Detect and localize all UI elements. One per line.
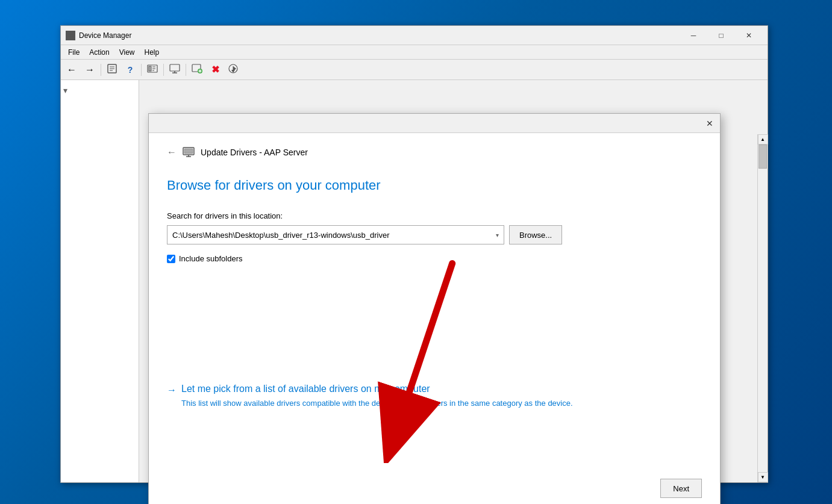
dialog-header: ← Update Drivers - AAP Server [167, 145, 702, 160]
window-title: Device Manager [79, 31, 680, 40]
link-arrow-icon: → [167, 385, 177, 396]
update-icon [228, 63, 239, 76]
menu-action[interactable]: Action [84, 47, 114, 58]
dialog-device-icon [183, 145, 195, 160]
dialog-header-title: Update Drivers - AAP Server [201, 148, 308, 157]
dialog-close-button[interactable]: ✕ [702, 116, 718, 131]
toolbar-remove-button[interactable]: ✖ [207, 62, 224, 78]
dropdown-arrow-icon: ▾ [496, 232, 499, 238]
browse-button[interactable]: Browse... [509, 225, 562, 244]
location-row: C:\Users\Mahesh\Desktop\usb_driver_r13-w… [167, 225, 702, 244]
main-content: ▾ ✕ ← [61, 80, 768, 482]
maximize-button[interactable]: □ [707, 26, 735, 45]
title-bar: Device Manager ─ □ ✕ [61, 26, 768, 45]
show-hidden-icon [147, 63, 158, 76]
dialog-title-bar: ✕ [149, 114, 720, 133]
toolbar-separator-4 [186, 64, 186, 76]
include-subfolders-checkbox[interactable] [167, 255, 175, 263]
svg-rect-13 [170, 64, 180, 71]
update-drivers-dialog: ✕ ← [148, 113, 721, 504]
window-icon [66, 31, 75, 40]
pick-from-list-link[interactable]: Let me pick from a list of available dri… [181, 384, 573, 394]
title-bar-controls: ─ □ ✕ [680, 26, 763, 45]
scrollbar-track [758, 145, 768, 472]
menu-bar: File Action View Help [61, 45, 768, 60]
svg-rect-25 [184, 149, 193, 154]
window-close-button[interactable]: ✕ [735, 26, 763, 45]
scrollbar-down-button[interactable]: ▼ [758, 472, 768, 482]
toolbar-forward-button[interactable]: → [81, 62, 98, 78]
toolbar-monitor-button[interactable] [166, 62, 183, 78]
add-icon [192, 63, 202, 76]
link-section: → Let me pick from a list of available d… [167, 384, 702, 409]
remove-icon: ✖ [211, 64, 219, 75]
next-button[interactable]: Next [660, 479, 702, 498]
toolbar-separator-2 [141, 64, 142, 76]
toolbar: ← → ? [61, 60, 768, 80]
link-description: This list will show available drivers co… [181, 398, 573, 409]
checkbox-row: Include subfolders [167, 254, 702, 263]
include-subfolders-label[interactable]: Include subfolders [179, 254, 243, 263]
minimize-button[interactable]: ─ [680, 26, 707, 45]
monitor-icon [169, 63, 180, 76]
dialog-bottom: Next [660, 479, 702, 498]
right-scrollbar: ▲ ▼ [757, 134, 768, 482]
toolbar-help-button[interactable]: ? [122, 62, 139, 78]
collapse-arrow[interactable]: ▾ [63, 86, 67, 95]
toolbar-update-button[interactable] [225, 62, 242, 78]
toolbar-add-button[interactable] [189, 62, 205, 78]
dialog-back-button[interactable]: ← [167, 147, 177, 158]
dialog-main-title: Browse for drivers on your computer [167, 178, 702, 193]
toolbar-show-hidden-button[interactable] [144, 62, 161, 78]
back-icon: ← [67, 64, 77, 75]
link-content: Let me pick from a list of available dri… [181, 384, 573, 409]
menu-help[interactable]: Help [140, 47, 164, 58]
location-input[interactable]: C:\Users\Mahesh\Desktop\usb_driver_r13-w… [167, 225, 504, 244]
scrollbar-up-button[interactable]: ▲ [758, 134, 768, 145]
location-input-value: C:\Users\Mahesh\Desktop\usb_driver_r13-w… [172, 231, 493, 240]
toolbar-properties-button[interactable] [104, 62, 120, 78]
scrollbar-thumb[interactable] [758, 145, 767, 169]
menu-file[interactable]: File [63, 47, 84, 58]
menu-view[interactable]: View [114, 47, 140, 58]
forward-icon: → [85, 64, 95, 75]
toolbar-separator-1 [101, 64, 101, 76]
help-icon: ? [128, 65, 133, 75]
toolbar-back-button[interactable]: ← [63, 62, 80, 78]
dialog-body: ← Update Drivers - AAP Server B [149, 133, 720, 421]
svg-rect-9 [149, 66, 151, 71]
location-label: Search for drivers in this location: [167, 211, 702, 220]
device-manager-window: Device Manager ─ □ ✕ File Action View He… [60, 25, 768, 483]
device-tree-panel: ▾ [61, 80, 139, 482]
toolbar-separator-3 [163, 64, 164, 76]
properties-icon [107, 63, 117, 76]
